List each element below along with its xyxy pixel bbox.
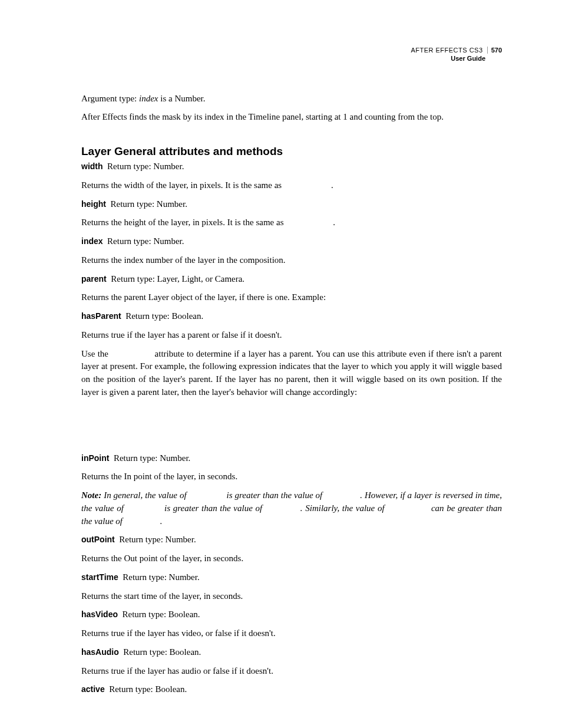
page-content: AFTER EFFECTS CS3 570 User Guide Argumen… bbox=[0, 0, 562, 728]
term-startTime: startTime bbox=[81, 572, 118, 582]
term-inPoint: inPoint bbox=[81, 453, 109, 463]
return-type: Return type: Boolean. bbox=[123, 610, 200, 619]
argument-name: index bbox=[139, 94, 158, 103]
term-index: index bbox=[81, 236, 103, 246]
desc-index: Returns the index number of the layer in… bbox=[81, 254, 502, 267]
term-width: width bbox=[81, 162, 103, 171]
entry-hasVideo: hasVideo Return type: Boolean. bbox=[81, 608, 502, 621]
text: . bbox=[333, 218, 335, 227]
text: is greater than the value of bbox=[161, 503, 265, 513]
section-heading: Layer General attributes and methods bbox=[81, 145, 502, 158]
text: can be greater than the value of bbox=[81, 503, 502, 526]
term-parent: parent bbox=[81, 274, 107, 284]
return-type: Return type: Number. bbox=[107, 236, 184, 246]
text: In general, the value of bbox=[101, 490, 189, 500]
entry-active: active Return type: Boolean. bbox=[81, 683, 502, 696]
header-subtitle: User Guide bbox=[81, 54, 502, 62]
code-block bbox=[81, 405, 502, 452]
term-hasAudio: hasAudio bbox=[81, 647, 119, 657]
text: Returns the width of the layer, in pixel… bbox=[81, 180, 284, 190]
para-hasParent: Use the attribute to determine if a laye… bbox=[81, 348, 502, 399]
desc-hasVideo: Returns true if the layer has video, or … bbox=[81, 627, 502, 640]
return-type: Return type: Number. bbox=[107, 162, 184, 171]
text: attribute to determine if a layer has a … bbox=[81, 349, 502, 397]
desc-inPoint: Returns the In point of the layer, in se… bbox=[81, 470, 502, 483]
entry-height: height Return type: Number. bbox=[81, 198, 502, 211]
desc-outPoint: Returns the Out point of the layer, in s… bbox=[81, 552, 502, 565]
return-type: Return type: Number. bbox=[114, 453, 190, 463]
entry-width: width Return type: Number. bbox=[81, 160, 502, 173]
entry-hasParent: hasParent Return type: Boolean. bbox=[81, 310, 502, 323]
page-header: AFTER EFFECTS CS3 570 User Guide bbox=[81, 46, 502, 63]
term-active: active bbox=[81, 684, 105, 694]
term-hasVideo: hasVideo bbox=[81, 610, 118, 619]
note-paragraph: Note: In general, the value of is greate… bbox=[81, 489, 502, 528]
text: is greater than the value of bbox=[224, 490, 325, 500]
text: . bbox=[160, 516, 163, 526]
entry-hasAudio: hasAudio Return type: Boolean. bbox=[81, 646, 502, 659]
entry-parent: parent Return type: Layer, Light, or Cam… bbox=[81, 273, 502, 286]
text: is a Number. bbox=[158, 94, 206, 103]
text: Argument type: bbox=[81, 94, 139, 103]
text: Use the bbox=[81, 349, 111, 358]
header-line-1: AFTER EFFECTS CS3 570 bbox=[81, 46, 502, 54]
return-type: Return type: Layer, Light, or Camera. bbox=[111, 274, 244, 284]
term-height: height bbox=[81, 199, 106, 209]
desc-hasAudio: Returns true if the layer has audio or f… bbox=[81, 665, 502, 678]
intro-argument-type: Argument type: index is a Number. bbox=[81, 93, 502, 106]
text: Returns the height of the layer, in pixe… bbox=[81, 218, 286, 227]
return-type: Return type: Boolean. bbox=[109, 684, 187, 694]
return-type: Return type: Boolean. bbox=[123, 647, 201, 657]
entry-inPoint: inPoint Return type: Number. bbox=[81, 452, 502, 465]
return-type: Return type: Number. bbox=[111, 199, 187, 209]
desc-startTime: Returns the start time of the layer, in … bbox=[81, 590, 502, 603]
term-hasParent: hasParent bbox=[81, 311, 121, 321]
return-type: Return type: Number. bbox=[119, 535, 196, 544]
return-type: Return type: Boolean. bbox=[125, 311, 203, 321]
return-type: Return type: Number. bbox=[123, 572, 199, 582]
note-label: Note: bbox=[81, 490, 101, 500]
term-outPoint: outPoint bbox=[81, 535, 115, 544]
entry-outPoint: outPoint Return type: Number. bbox=[81, 533, 502, 546]
desc-parent: Returns the parent Layer object of the l… bbox=[81, 291, 502, 304]
text: . bbox=[331, 180, 333, 190]
desc-hasParent: Returns true if the layer has a parent o… bbox=[81, 329, 502, 342]
desc-width: Returns the width of the layer, in pixel… bbox=[81, 179, 502, 192]
page-number: 570 bbox=[487, 47, 502, 54]
text: . Similarly, the value of bbox=[300, 503, 387, 513]
intro-description: After Effects finds the mask by its inde… bbox=[81, 111, 502, 124]
entry-index: index Return type: Number. bbox=[81, 235, 502, 248]
product-name: AFTER EFFECTS CS3 bbox=[411, 47, 482, 54]
desc-height: Returns the height of the layer, in pixe… bbox=[81, 216, 502, 229]
entry-startTime: startTime Return type: Number. bbox=[81, 571, 502, 584]
